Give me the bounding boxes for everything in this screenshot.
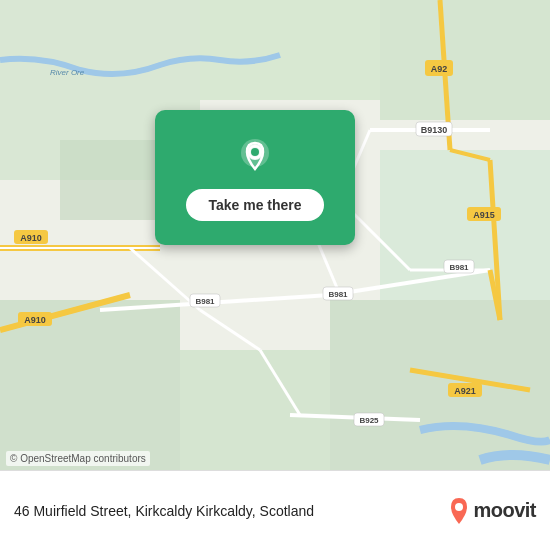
svg-text:A910: A910 [24,315,46,325]
svg-text:B981: B981 [449,263,469,272]
app-container: River Ore [0,0,550,550]
map-area: River Ore [0,0,550,470]
svg-text:A910: A910 [20,233,42,243]
address-container: 46 Muirfield Street, Kirkcaldy Kirkcaldy… [14,502,439,520]
svg-rect-4 [380,0,550,120]
moovit-logo: moovit [449,498,536,524]
svg-rect-3 [200,0,380,100]
svg-point-52 [251,148,259,156]
svg-text:B981: B981 [195,297,215,306]
svg-rect-8 [380,150,550,300]
svg-text:A915: A915 [473,210,495,220]
svg-point-54 [455,503,463,511]
svg-text:B925: B925 [359,416,379,425]
address-text: 46 Muirfield Street, Kirkcaldy Kirkcaldy… [14,503,314,519]
svg-rect-6 [180,350,330,470]
svg-text:B981: B981 [328,290,348,299]
svg-text:A92: A92 [431,64,448,74]
svg-text:River Ore: River Ore [50,68,85,77]
svg-rect-7 [330,300,550,470]
location-pin-icon [233,135,277,179]
svg-text:B9130: B9130 [421,125,448,135]
footer-bar: 46 Muirfield Street, Kirkcaldy Kirkcaldy… [0,470,550,550]
moovit-pin-icon [449,498,469,524]
moovit-brand-name: moovit [473,499,536,522]
map-attribution: © OpenStreetMap contributors [6,451,150,466]
take-me-there-button[interactable]: Take me there [186,189,323,221]
navigation-card: Take me there [155,110,355,245]
svg-text:A921: A921 [454,386,476,396]
